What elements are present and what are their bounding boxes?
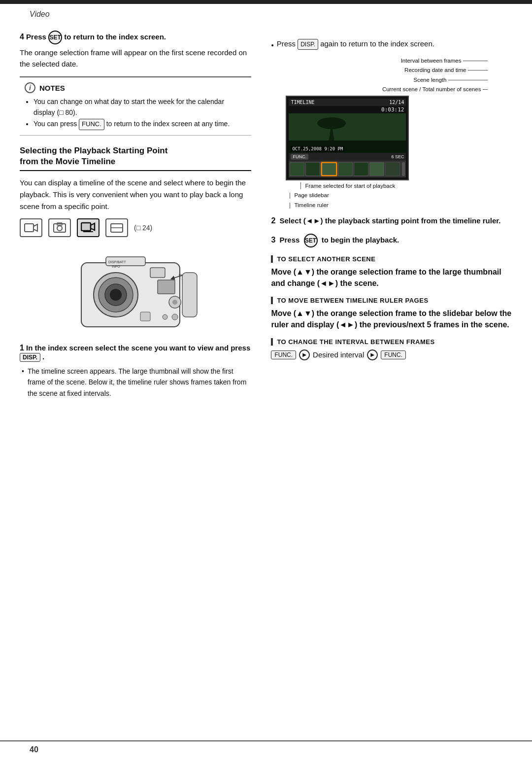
step3-number: 3 bbox=[271, 236, 275, 244]
step2-heading: Select (◄►) the playback starting point … bbox=[279, 216, 500, 225]
svg-rect-22 bbox=[140, 312, 150, 321]
svg-point-31 bbox=[317, 117, 346, 129]
left-column: 4 Press SET to return to the index scree… bbox=[20, 29, 266, 399]
bullet-rest: again to return to the index screen. bbox=[320, 39, 434, 48]
content-area: 4 Press SET to return to the index scree… bbox=[0, 19, 532, 399]
page-title: Video bbox=[30, 10, 50, 18]
icon-photo bbox=[48, 218, 71, 237]
disp-btn-right: DISP. bbox=[298, 39, 318, 50]
svg-marker-6 bbox=[91, 223, 95, 230]
func-btn-left: FUNC. bbox=[271, 350, 296, 359]
desired-interval-label: Desired interval bbox=[313, 350, 364, 359]
svg-rect-28 bbox=[182, 273, 197, 317]
label-timeline-ruler: Timeline ruler bbox=[294, 201, 328, 210]
step4-body: The orange selection frame will appear o… bbox=[20, 47, 251, 70]
notes-item-2: You can press FUNC. to return to the ind… bbox=[33, 118, 246, 130]
to-select-title: TO SELECT ANOTHER SCENE bbox=[271, 255, 512, 263]
step3-block: 3 Press SET to begin the playback. bbox=[271, 234, 512, 247]
bullet-press-disp: • Press DISP. again to return to the ind… bbox=[271, 38, 512, 51]
icon-timeline-selected bbox=[77, 218, 100, 237]
step4-heading-rest: to return to the index screen. bbox=[64, 33, 166, 41]
notes-box: i NOTES You can change on what day to st… bbox=[20, 76, 251, 136]
svg-text:INFO: INFO bbox=[112, 265, 120, 268]
timeline-ruler bbox=[289, 161, 406, 177]
svg-point-14 bbox=[110, 289, 122, 301]
timeline-time: 0:03:12 bbox=[381, 106, 404, 113]
svg-rect-16 bbox=[150, 268, 165, 278]
datetime-label: OCT.25,2008 9:20 PM bbox=[292, 146, 343, 151]
step1-bullet-block: The timeline screen appears. The large t… bbox=[20, 366, 251, 399]
page-number: 40 bbox=[30, 745, 38, 754]
svg-rect-17 bbox=[158, 280, 175, 294]
svg-point-20 bbox=[172, 314, 178, 320]
arrow-right-icon: ► bbox=[299, 350, 310, 360]
label-scene-length: Scene length bbox=[413, 75, 446, 85]
step3-rest: to begin the playback. bbox=[322, 236, 399, 244]
page-header: Video bbox=[0, 4, 532, 19]
timeline-header-row: TIMELINE 12/14 bbox=[289, 99, 406, 106]
info-icon: i bbox=[25, 82, 35, 93]
camera-diagram: DISP/BATT INFO DISP/BATT INFO bbox=[66, 243, 204, 337]
main-thumbnail: OCT.25,2008 9:20 PM bbox=[289, 113, 406, 153]
to-select-body: Move (▲▼) the orange selection frame to … bbox=[271, 267, 512, 289]
section-title-line1: Selecting the Playback Starting Point bbox=[20, 146, 167, 155]
bullet-dot: • bbox=[271, 40, 273, 51]
step1-bullet: The timeline screen appears. The large t… bbox=[28, 366, 251, 399]
step1-number: 1 bbox=[20, 344, 24, 352]
timeline-date: 12/14 bbox=[389, 100, 404, 105]
svg-point-21 bbox=[163, 315, 167, 319]
icon-row: (□ 24) bbox=[20, 218, 251, 237]
step1-block: 1 In the index screen select the scene y… bbox=[20, 344, 251, 399]
diagram-labels-bottom: Frame selected for start of playback Pag… bbox=[286, 181, 512, 210]
timeline-controls-row: FUNC. 6 SEC bbox=[289, 153, 406, 161]
label-current-scene: Current scene / Total number of scenes bbox=[382, 85, 481, 95]
svg-point-3 bbox=[57, 226, 62, 231]
right-column: • Press DISP. again to return to the ind… bbox=[266, 29, 512, 399]
icon-other bbox=[105, 218, 128, 237]
top-bar bbox=[0, 0, 532, 4]
step3-set-btn: SET bbox=[304, 234, 318, 247]
timeline-screen: TIMELINE 12/14 0:03:12 bbox=[286, 96, 409, 180]
page-ref: (□ 24) bbox=[134, 224, 152, 232]
svg-rect-0 bbox=[25, 224, 33, 232]
svg-point-19 bbox=[172, 300, 177, 305]
step1-heading: In the index screen select the scene you… bbox=[26, 344, 250, 352]
svg-rect-5 bbox=[81, 223, 91, 231]
svg-text:DISP/BATT: DISP/BATT bbox=[108, 260, 126, 264]
timeline-diagram-wrapper: Interval between frames Recording date a… bbox=[286, 56, 512, 210]
step2-block: 2 Select (◄►) the playback starting poin… bbox=[271, 215, 512, 227]
svg-marker-1 bbox=[33, 224, 37, 231]
notes-item-1: You can change on what day to start the … bbox=[33, 96, 246, 118]
notes-title-row: i NOTES bbox=[25, 82, 246, 93]
desired-interval-row: FUNC. ► Desired interval ► FUNC. bbox=[271, 350, 512, 360]
duration-label: 6 SEC bbox=[391, 154, 404, 159]
page-footer: 40 bbox=[0, 740, 532, 754]
notes-list: You can change on what day to start the … bbox=[25, 96, 246, 130]
func-btn-right: FUNC. bbox=[381, 350, 406, 359]
arrow-right-icon-2: ► bbox=[367, 350, 378, 360]
to-move-body: Move (▲▼) the orange selection frame to … bbox=[271, 308, 512, 330]
icon-video bbox=[20, 218, 42, 237]
to-change-title: TO CHANGE THE INTERVAL BETWEEN FRAMES bbox=[271, 338, 512, 346]
section-title: Selecting the Playback Starting Point fr… bbox=[20, 145, 251, 171]
func-label: FUNC. bbox=[291, 154, 308, 160]
step2-number: 2 bbox=[271, 216, 275, 225]
set-button-icon: SET bbox=[48, 31, 62, 44]
label-frame-selected: Frame selected for start of playback bbox=[305, 181, 395, 191]
step4-block: 4 Press SET to return to the index scree… bbox=[20, 31, 251, 70]
label-interval: Interval between frames bbox=[401, 56, 462, 66]
press-label: Press bbox=[277, 39, 296, 48]
func-btn-inline: FUNC. bbox=[79, 119, 104, 130]
diagram-labels-top: Interval between frames Recording date a… bbox=[345, 56, 512, 95]
step4-number: 4 bbox=[20, 33, 24, 41]
label-page-slidebar: Page slidebar bbox=[294, 191, 329, 201]
section-title-line2: from the Movie Timeline bbox=[20, 157, 115, 166]
timeline-time-row: 0:03:12 bbox=[289, 106, 406, 113]
step4-press-label: Press bbox=[26, 33, 46, 41]
timeline-datetime: OCT.25,2008 9:20 PM bbox=[291, 146, 344, 152]
timeline-header-label: TIMELINE bbox=[291, 100, 314, 105]
page-ref-num: 24 bbox=[142, 224, 150, 232]
to-move-title: TO MOVE BETWEEN TIMELINE RULER PAGES bbox=[271, 297, 512, 304]
notes-title-label: NOTES bbox=[39, 84, 65, 92]
disp-btn: DISP. bbox=[20, 353, 40, 362]
